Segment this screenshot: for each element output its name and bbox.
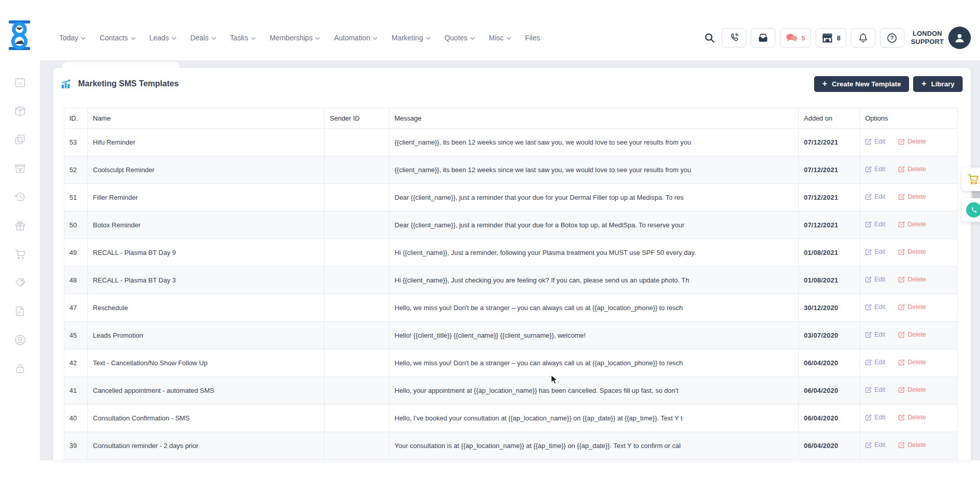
cell-message: Hello, we miss you! Don't be a stranger … — [389, 349, 799, 377]
templates-card: Marketing SMS Templates + Create New Tem… — [53, 68, 971, 460]
nav-item-contacts[interactable]: Contacts — [100, 34, 135, 42]
delete-icon — [898, 166, 905, 173]
cell-name: Cancelled appointment - automated SMS — [88, 377, 325, 405]
cell-id: 39 — [64, 432, 88, 460]
edit-button[interactable]: Edit — [865, 138, 886, 145]
table-row: 53 Hifu Reminder {{client_name}}, its be… — [64, 129, 958, 156]
delete-button[interactable]: Delete — [898, 276, 926, 283]
edit-button[interactable]: Edit — [865, 276, 886, 283]
whatsapp-widget[interactable] — [962, 198, 980, 222]
chat-button[interactable]: 5 — [780, 28, 811, 48]
svg-text:?: ? — [890, 35, 894, 41]
edit-label: Edit — [874, 193, 886, 200]
lock-icon[interactable] — [13, 362, 27, 375]
edit-icon — [865, 276, 872, 283]
store-button[interactable]: 8 — [816, 28, 846, 48]
search-icon[interactable] — [702, 30, 717, 45]
delete-button[interactable]: Delete — [898, 386, 926, 393]
cell-name: Hifu Reminder — [88, 129, 325, 156]
cell-options: Edit Delete — [860, 349, 958, 377]
delete-button[interactable]: Delete — [898, 331, 926, 338]
phone-button[interactable] — [722, 28, 746, 48]
nav-item-label: Today — [59, 34, 78, 42]
cart-icon[interactable] — [13, 247, 27, 261]
tags-icon[interactable] — [13, 276, 27, 289]
edit-button[interactable]: Edit — [865, 303, 886, 311]
cell-options: Edit Delete — [860, 322, 958, 349]
calendar-icon[interactable]: 12 — [13, 76, 27, 89]
delete-button[interactable]: Delete — [898, 303, 926, 311]
notifications-button[interactable] — [851, 28, 875, 48]
edit-button[interactable]: Edit — [865, 221, 886, 228]
copy-icon[interactable] — [13, 133, 27, 146]
gift-icon[interactable] — [13, 219, 27, 232]
col-header-id: ID. — [64, 108, 88, 129]
chevron-down-icon — [172, 37, 177, 40]
edit-icon — [865, 194, 872, 200]
help-button[interactable]: ? — [880, 28, 904, 48]
edit-button[interactable]: Edit — [865, 386, 886, 393]
main-nav: Today Contacts Leads Deals Tasks — [59, 15, 540, 60]
cell-message: Dear {{client_name}}, just a reminder th… — [389, 211, 799, 239]
nav-item-memberships[interactable]: Memberships — [270, 34, 320, 42]
edit-button[interactable]: Edit — [865, 248, 886, 255]
cell-sender-id — [325, 294, 389, 322]
nav-item-label: Files — [525, 34, 541, 42]
delete-icon — [898, 138, 905, 145]
cell-added-on: 03/07/2020 — [799, 322, 860, 349]
edit-icon — [865, 138, 872, 145]
cell-sender-id — [325, 156, 389, 184]
edit-icon — [865, 332, 872, 338]
delete-label: Delete — [908, 138, 926, 145]
delete-button[interactable]: Delete — [898, 193, 926, 200]
hourglass-logo[interactable] — [6, 19, 33, 51]
nav-item-leads[interactable]: Leads — [150, 34, 177, 42]
nav-item-deals[interactable]: Deals — [190, 34, 216, 42]
inbox-button[interactable] — [751, 28, 775, 48]
cell-message: {{client_name}}, its been 12 weeks since… — [389, 156, 799, 184]
edit-label: Edit — [874, 414, 886, 421]
chevron-down-icon — [81, 37, 86, 40]
delete-button[interactable]: Delete — [898, 221, 926, 228]
cell-id: 42 — [64, 349, 88, 377]
cell-options: Edit Delete — [860, 432, 958, 460]
cell-added-on: 01/08/2021 — [799, 239, 860, 267]
cell-added-on: 06/04/2020 — [799, 349, 860, 377]
nav-item-label: Automation — [334, 34, 370, 42]
table-row: 42 Text - Cancellation/No Show Follow Up… — [64, 349, 958, 377]
nav-item-misc[interactable]: Misc — [489, 34, 511, 42]
edit-button[interactable]: Edit — [865, 441, 886, 449]
edit-label: Edit — [874, 331, 886, 338]
nav-item-automation[interactable]: Automation — [334, 34, 378, 42]
delete-button[interactable]: Delete — [898, 414, 926, 421]
delete-button[interactable]: Delete — [898, 248, 926, 255]
plus-icon: + — [921, 79, 926, 88]
nav-item-marketing[interactable]: Marketing — [391, 34, 430, 42]
history-icon[interactable] — [13, 190, 27, 203]
delete-label: Delete — [908, 303, 926, 311]
package-icon[interactable] — [13, 104, 27, 117]
table-header-row: ID. Name Sender ID Message Added on Opti… — [64, 108, 958, 129]
edit-button[interactable]: Edit — [865, 193, 886, 200]
delete-button[interactable]: Delete — [898, 138, 926, 145]
edit-button[interactable]: Edit — [865, 359, 886, 366]
edit-button[interactable]: Edit — [865, 166, 886, 173]
takeout-box-icon[interactable] — [13, 161, 27, 175]
edit-button[interactable]: Edit — [865, 414, 886, 421]
cart-widget[interactable] — [962, 168, 980, 191]
nav-item-today[interactable]: Today — [59, 34, 86, 42]
user-circle-icon[interactable] — [13, 333, 27, 346]
nav-item-tasks[interactable]: Tasks — [230, 34, 256, 42]
chart-growth-icon — [61, 79, 73, 89]
nav-item-quotes[interactable]: Quotes — [445, 34, 475, 42]
edit-button[interactable]: Edit — [865, 331, 886, 338]
delete-button[interactable]: Delete — [898, 166, 926, 173]
delete-button[interactable]: Delete — [898, 441, 926, 449]
col-header-added-on: Added on — [799, 108, 860, 129]
create-new-template-button[interactable]: + Create New Template — [814, 76, 910, 92]
nav-item-files[interactable]: Files — [525, 34, 541, 42]
library-button[interactable]: + Library — [913, 76, 963, 92]
delete-button[interactable]: Delete — [898, 359, 926, 366]
avatar[interactable] — [948, 27, 971, 49]
report-icon[interactable] — [13, 304, 27, 318]
